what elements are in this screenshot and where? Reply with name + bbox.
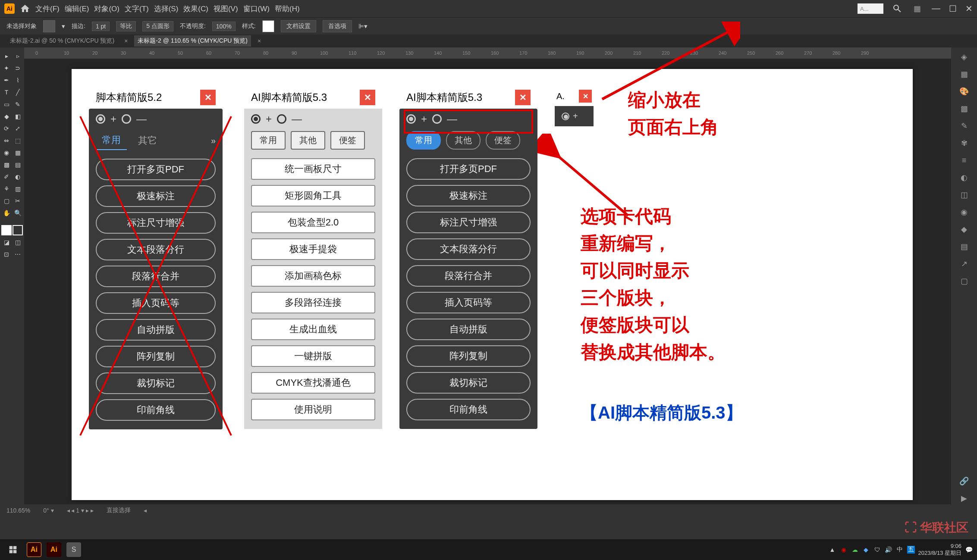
brush-profile[interactable]: 5 点圆形 (142, 21, 173, 31)
script-button[interactable]: 文本段落分行 (406, 238, 531, 260)
doc-tab-1-close[interactable]: × (124, 38, 128, 44)
menu-window[interactable]: 窗口(W) (243, 4, 270, 14)
radio-icon[interactable] (96, 114, 105, 124)
stroke-panel-icon[interactable]: ≡ (958, 154, 970, 166)
color-icon[interactable]: 🎨 (958, 85, 970, 97)
search-icon[interactable] (892, 3, 902, 14)
edit-toolbar[interactable]: ⋯ (13, 249, 23, 260)
tab-common-53l[interactable]: 常用 (251, 131, 286, 150)
draw-mode[interactable]: ◫ (13, 237, 23, 247)
minimize-button[interactable]: — (932, 3, 940, 14)
hand-tool[interactable]: ✋ (1, 208, 12, 218)
style-swatch[interactable] (262, 20, 274, 32)
script-button[interactable]: CMYK查找潘通色 (251, 372, 375, 394)
close-button[interactable]: ✕ (965, 3, 973, 14)
tab-common-53d[interactable]: 常用 (406, 131, 441, 150)
swatches-icon[interactable]: ▩ (958, 103, 970, 115)
script-button[interactable]: 统一画板尺寸 (251, 158, 375, 180)
tab-notes-53l[interactable]: 便签 (330, 131, 365, 150)
scroll-left[interactable]: ◂ (144, 507, 147, 514)
screen-mode[interactable]: ⊡ (1, 249, 12, 260)
script-button[interactable]: 包装盒型2.0 (251, 212, 375, 233)
script-button[interactable]: 阵列复制 (96, 346, 216, 367)
fill-swatch[interactable] (43, 20, 55, 32)
libraries-icon[interactable]: ▦ (958, 68, 970, 80)
menu-object[interactable]: 对象(O) (94, 4, 119, 14)
free-transform-tool[interactable]: ⬚ (13, 135, 23, 146)
direct-selection-tool[interactable]: ▹ (13, 51, 23, 61)
type-tool[interactable]: T (1, 87, 12, 97)
radio-icon[interactable] (277, 114, 286, 124)
appearance-icon[interactable]: ◉ (958, 206, 970, 218)
script-button[interactable]: 极速标注 (406, 185, 531, 206)
chevron-right-icon[interactable]: » (211, 136, 216, 146)
selection-tool[interactable]: ▸ (1, 51, 12, 61)
menu-edit[interactable]: 编辑(E) (65, 4, 89, 14)
tray-icon[interactable]: 🛡 (873, 546, 881, 554)
layers-icon[interactable]: ▤ (958, 241, 970, 253)
tab-other-52[interactable]: 其它 (132, 131, 163, 150)
menu-select[interactable]: 选择(S) (154, 4, 179, 14)
script-button[interactable]: 打开多页PDF (96, 159, 216, 180)
script-button[interactable]: 极速标注 (96, 185, 216, 207)
transparency-icon[interactable]: ◫ (958, 189, 970, 201)
pen-tool[interactable]: ✒ (1, 75, 12, 85)
stroke-color[interactable] (13, 225, 23, 235)
script-button[interactable]: 打开多页PDF (406, 158, 531, 180)
menu-effect[interactable]: 效果(C) (183, 4, 208, 14)
shaper-tool[interactable]: ◆ (1, 111, 12, 122)
curvature-tool[interactable]: ⌇ (13, 75, 23, 85)
radio-icon[interactable] (562, 113, 569, 120)
panel-mini-close[interactable]: ✕ (579, 90, 592, 103)
play-icon[interactable]: ▶ (958, 492, 970, 504)
script-button[interactable]: 一键拼版 (251, 345, 375, 367)
symbol-sprayer-tool[interactable]: ⚘ (1, 184, 12, 194)
scale-tool[interactable]: ⤢ (13, 123, 23, 134)
start-button[interactable] (4, 541, 22, 558)
script-button[interactable]: 标注尺寸增强 (406, 212, 531, 233)
floating-panel-mini[interactable]: A... (858, 3, 883, 14)
rotate-view[interactable]: 0° ▾ (43, 507, 53, 514)
script-button[interactable]: 印前角线 (96, 399, 216, 421)
ime-badge[interactable]: 五 (907, 546, 915, 554)
gradient-tool[interactable]: ▤ (13, 160, 23, 170)
fill-color[interactable] (1, 225, 12, 235)
script-button[interactable]: 标注尺寸增强 (96, 212, 216, 234)
tab-other-53d[interactable]: 其他 (446, 131, 481, 150)
menu-help[interactable]: 帮助(H) (275, 4, 300, 14)
links-icon[interactable]: 🔗 (958, 475, 970, 487)
doc-tab-2-close[interactable]: × (258, 38, 261, 44)
radio-icon[interactable] (122, 114, 131, 124)
stroke-weight[interactable]: 1 pt (92, 22, 110, 31)
doc-tab-2[interactable]: 未标题-2 @ 110.65 % (CMYK/CPU 预览) (134, 35, 251, 47)
script-button[interactable]: 插入页码等 (406, 292, 531, 313)
tray-icon[interactable]: ◆ (862, 546, 870, 554)
eyedropper-tool[interactable]: ✐ (1, 172, 12, 182)
taskbar-app-other[interactable]: S (66, 542, 81, 557)
script-button[interactable]: 使用说明 (251, 399, 375, 420)
zoom-tool[interactable]: 🔍 (13, 208, 23, 218)
tab-notes-53d[interactable]: 便签 (486, 131, 520, 150)
paintbrush-tool[interactable]: ✎ (13, 99, 23, 109)
maximize-button[interactable]: ☐ (949, 3, 957, 14)
script-button[interactable]: 裁切标记 (406, 372, 531, 394)
brushes-icon[interactable]: ✎ (958, 120, 970, 132)
graphic-styles-icon[interactable]: ◆ (958, 223, 970, 235)
script-button[interactable]: 自动拼版 (406, 319, 531, 340)
menu-type[interactable]: 文字(T) (125, 4, 149, 14)
color-mode[interactable]: ◪ (1, 237, 12, 247)
doc-tab-1[interactable]: 未标题-2.ai @ 50 % (CMYK/CPU 预览) (6, 35, 118, 47)
script-button[interactable]: 多段路径连接 (251, 292, 375, 313)
script-button[interactable]: 自动拼版 (96, 319, 216, 341)
script-button[interactable]: 插入页码等 (96, 292, 216, 314)
panel-53-dark-close[interactable]: ✕ (515, 90, 531, 105)
script-button[interactable]: 段落行合并 (96, 266, 216, 287)
taskbar-app-ai-2[interactable]: Ai (47, 542, 61, 557)
notifications-icon[interactable]: 💬 (965, 546, 973, 554)
ime-icon[interactable]: 中 (896, 546, 904, 554)
shape-builder-tool[interactable]: ◉ (1, 147, 12, 158)
artboards-icon[interactable]: ▢ (958, 275, 970, 287)
script-button[interactable]: 印前角线 (406, 399, 531, 420)
tray-icon[interactable]: ▲ (829, 546, 836, 554)
column-graph-tool[interactable]: ▥ (13, 184, 23, 194)
